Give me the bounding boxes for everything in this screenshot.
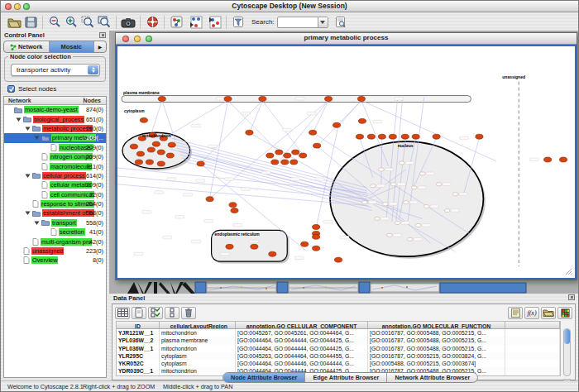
network-node-unselected[interactable] bbox=[362, 201, 368, 204]
network-node[interactable] bbox=[130, 144, 137, 149]
network-node[interactable] bbox=[324, 97, 332, 102]
tree-row[interactable]: macromolecule311(0) bbox=[4, 161, 106, 170]
network-node[interactable] bbox=[433, 134, 440, 139]
tab-network-attribute-browser[interactable]: Network Attribute Browser bbox=[387, 373, 477, 382]
attribute-notes-icon[interactable] bbox=[508, 307, 523, 319]
scrollbar-thumb[interactable] bbox=[564, 329, 570, 344]
tree-row[interactable]: primary metabol209(... bbox=[4, 133, 106, 142]
network-node[interactable] bbox=[157, 150, 165, 155]
tree-row[interactable]: metabolic process280(0) bbox=[4, 124, 106, 133]
tree-row[interactable]: cellular metabo209(0) bbox=[4, 180, 106, 189]
tree-row[interactable]: mosaic-demo-yeast874(0) bbox=[4, 105, 106, 114]
tree-row[interactable]: nucleobase-209(0) bbox=[4, 143, 106, 152]
tree-row[interactable]: transport558(0) bbox=[4, 218, 106, 227]
network-node[interactable] bbox=[358, 118, 366, 123]
network-node-unselected[interactable] bbox=[411, 186, 417, 189]
tree-row[interactable]: Overview8(0) bbox=[4, 256, 106, 265]
network-node[interactable] bbox=[224, 97, 232, 102]
network-node[interactable] bbox=[333, 122, 340, 127]
network-edge[interactable] bbox=[210, 101, 228, 198]
table-vertical-scrollbar[interactable] bbox=[563, 328, 571, 376]
tree-row[interactable]: secretion41(0) bbox=[4, 227, 106, 237]
network-node-unselected[interactable] bbox=[382, 203, 388, 206]
zoom-out-icon[interactable] bbox=[46, 14, 63, 30]
network-node-unselected[interactable] bbox=[419, 172, 425, 175]
network-node[interactable] bbox=[147, 147, 155, 152]
vizmapper-icon[interactable] bbox=[168, 14, 184, 30]
disclosure-triangle-icon[interactable] bbox=[34, 220, 40, 226]
network-node-unselected[interactable] bbox=[436, 183, 442, 186]
network-node-unselected[interactable] bbox=[378, 168, 384, 171]
table-row[interactable]: YPL036W__2plasma membrane[GO:0044464, GO… bbox=[117, 337, 560, 344]
help-lifering-icon[interactable] bbox=[144, 14, 160, 30]
delete-attribute-icon[interactable] bbox=[181, 307, 196, 319]
network-node[interactable] bbox=[168, 142, 175, 147]
attribute-matrix-icon[interactable] bbox=[557, 307, 572, 319]
node-color-select[interactable]: transporter activity bbox=[11, 64, 100, 76]
search-input[interactable] bbox=[277, 17, 328, 28]
network-node[interactable] bbox=[246, 130, 253, 135]
network-frame-titlebar[interactable]: primary metabolic process bbox=[116, 33, 577, 45]
tab-node-attribute-browser[interactable]: Node Attribute Browser bbox=[223, 373, 305, 382]
network-node-unselected[interactable] bbox=[386, 233, 392, 237]
network-node[interactable] bbox=[157, 161, 165, 166]
resize-grip-icon[interactable] bbox=[571, 274, 572, 275]
network-node[interactable] bbox=[476, 134, 483, 139]
tab-overflow-arrow-icon[interactable]: ▶ bbox=[94, 41, 106, 52]
network-node[interactable] bbox=[275, 150, 283, 155]
network-node[interactable] bbox=[231, 208, 238, 213]
network-node-unselected[interactable] bbox=[390, 183, 396, 186]
layout-distribute-icon[interactable] bbox=[206, 14, 223, 30]
tab-mosaic[interactable]: Mosaic bbox=[50, 41, 95, 52]
tab-edge-attribute-browser[interactable]: Edge Attribute Browser bbox=[305, 373, 387, 382]
network-node[interactable] bbox=[226, 244, 233, 249]
network-node[interactable] bbox=[266, 153, 274, 158]
attribute-table[interactable]: ID_cellularLayoutRegionannotation.GO CEL… bbox=[116, 321, 561, 376]
search-dropdown-arrow[interactable] bbox=[318, 17, 328, 27]
disclosure-triangle-icon[interactable] bbox=[34, 135, 40, 141]
network-node-unselected[interactable] bbox=[395, 221, 400, 224]
network-node[interactable] bbox=[313, 246, 320, 251]
tree-row[interactable]: cell communicat22(0) bbox=[4, 190, 106, 199]
table-column-header[interactable]: _cellularLayoutRegion bbox=[160, 322, 236, 328]
float-panel-icon[interactable] bbox=[99, 32, 106, 38]
network-node[interactable] bbox=[251, 244, 258, 249]
network-node[interactable] bbox=[158, 97, 165, 102]
network-node[interactable] bbox=[367, 134, 375, 139]
network-canvas[interactable]: plasma membranecytoplasmmitochondrionnuc… bbox=[116, 45, 577, 280]
network-node[interactable] bbox=[152, 141, 160, 146]
network-node[interactable] bbox=[140, 117, 147, 122]
tree-row[interactable]: multi-organism pro42(0) bbox=[4, 237, 106, 246]
network-edge[interactable] bbox=[164, 101, 228, 139]
network-node[interactable] bbox=[290, 160, 298, 165]
disclosure-triangle-icon[interactable] bbox=[25, 210, 31, 216]
table-row[interactable]: YPL036W__1mitochondrion[GO:0044464, GO:0… bbox=[117, 345, 560, 352]
network-node[interactable] bbox=[313, 224, 320, 229]
search-options-icon[interactable] bbox=[333, 14, 349, 30]
tree-col-nodes[interactable]: Nodes bbox=[84, 98, 101, 103]
float-data-panel-icon[interactable] bbox=[568, 294, 575, 300]
import-attributes-icon[interactable] bbox=[541, 307, 556, 319]
table-column-header[interactable]: ID bbox=[117, 322, 160, 328]
network-node-unselected[interactable] bbox=[399, 161, 404, 165]
zoom-in-icon[interactable] bbox=[63, 14, 79, 30]
table-column-header[interactable]: annotation.GO MOLECULAR_FUNCTION bbox=[368, 322, 505, 328]
new-attribute-icon[interactable] bbox=[132, 307, 146, 319]
tree-row[interactable]: biological_process651(0) bbox=[4, 114, 106, 123]
network-node[interactable] bbox=[284, 153, 291, 158]
snapshot-camera-icon[interactable] bbox=[120, 14, 136, 30]
attribute-table-icon[interactable] bbox=[115, 307, 130, 319]
tree-col-network[interactable]: Network bbox=[8, 98, 31, 103]
disclosure-triangle-icon[interactable] bbox=[16, 117, 22, 122]
table-column-header[interactable]: annotation.GO CELLULAR_COMPONENT bbox=[236, 322, 368, 328]
network-node[interactable] bbox=[292, 150, 299, 155]
network-node[interactable] bbox=[412, 134, 419, 139]
network-edge[interactable] bbox=[228, 101, 280, 153]
network-node[interactable] bbox=[197, 161, 204, 166]
network-edge[interactable] bbox=[262, 101, 303, 155]
disclosure-triangle-icon[interactable] bbox=[25, 126, 31, 131]
network-node-unselected[interactable] bbox=[444, 208, 450, 212]
select-nodes-checkbox[interactable] bbox=[7, 85, 15, 93]
tab-network[interactable]: Network bbox=[4, 41, 50, 52]
network-node[interactable] bbox=[313, 234, 320, 239]
